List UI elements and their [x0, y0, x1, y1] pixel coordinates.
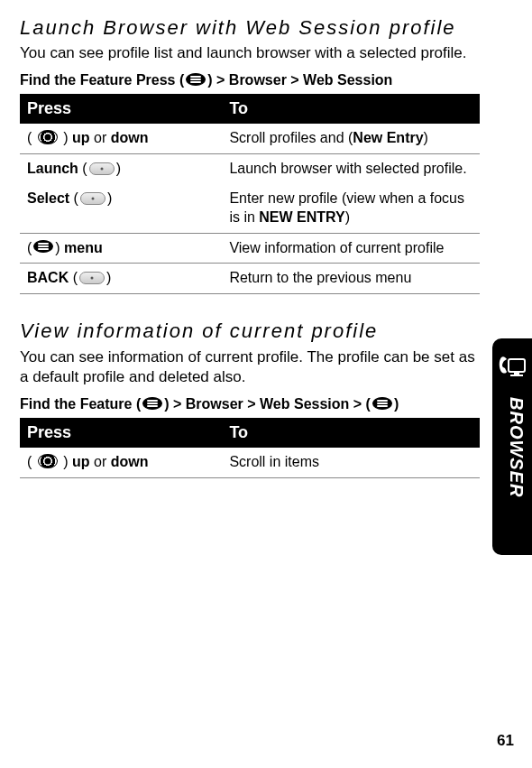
side-label: BROWSER [506, 397, 527, 497]
table-row: Select () Enter new profile (view when a… [20, 184, 480, 233]
up-label: up [72, 454, 90, 469]
to-text: Scroll in items [222, 448, 480, 477]
table-row: ( ) up or down Scroll profiles and (New … [20, 124, 480, 153]
section1-table: Press To ( ) up or down Scroll profiles … [20, 94, 480, 294]
new-entry-caps: NEW ENTRY [259, 209, 344, 225]
feature-prefix: Find the Feature Press ( [20, 72, 184, 88]
nav-icon [38, 454, 58, 468]
paren-open: ( [69, 270, 78, 285]
back-label: BACK [27, 270, 69, 285]
menu-icon [33, 240, 53, 253]
to-text-post: ) [345, 209, 350, 225]
section2-title: View information of current profile [20, 319, 480, 343]
section2-table: Press To ( ) up or down Scroll in items [20, 418, 480, 478]
paren-open: ( [27, 454, 32, 469]
menu-icon [142, 397, 162, 410]
svg-rect-2 [510, 375, 523, 376]
section1-feature: Find the Feature Press () > Browser > We… [20, 72, 480, 88]
feature-prefix: Find the Feature ( [20, 396, 141, 412]
to-text-post: ) [424, 130, 428, 145]
paren-open: ( [27, 130, 32, 145]
paren-close: ) [63, 454, 72, 469]
down-label: down [111, 130, 149, 145]
to-text: Launch browser with selected profile. [222, 154, 480, 184]
new-entry-label: New Entry [353, 130, 423, 145]
paren-close: ) [63, 130, 72, 145]
table-header-press: Press [20, 418, 222, 448]
menu-label: menu [64, 240, 103, 255]
softkey-icon [79, 272, 105, 284]
paren-open: ( [78, 161, 87, 176]
feature-mid: ) > Browser > Web Session > ( [164, 396, 371, 412]
section2-body: You can see information of current profi… [20, 347, 480, 387]
svg-rect-0 [509, 359, 525, 372]
table-header-press: Press [20, 94, 222, 124]
section2-feature: Find the Feature () > Browser > Web Sess… [20, 396, 480, 412]
softkey-icon [80, 192, 105, 205]
paren-close: ) [107, 190, 112, 206]
or-label: or [90, 454, 111, 469]
table-header-to: To [222, 418, 480, 448]
softkey-icon [89, 162, 115, 175]
paren-open: ( [27, 240, 32, 255]
table-row: () menu View information of current prof… [20, 233, 480, 264]
section1-title: Launch Browser with Web Session profile [20, 16, 480, 40]
launch-label: Launch [27, 161, 78, 176]
paren-close: ) [116, 161, 121, 176]
page-number: 61 [497, 732, 514, 750]
paren-close: ) [55, 240, 64, 255]
table-row: Launch () Launch browser with selected p… [20, 154, 480, 184]
table-row: ( ) up or down Scroll in items [20, 448, 480, 477]
select-label: Select [27, 190, 69, 206]
svg-rect-1 [514, 372, 519, 375]
paren-close: ) [106, 270, 111, 285]
to-text: Return to the previous menu [222, 264, 480, 294]
nav-icon [38, 130, 58, 144]
section1-body: You can see profile list and launch brow… [20, 43, 480, 63]
table-row: BACK () Return to the previous menu [20, 264, 480, 294]
menu-icon [186, 73, 206, 86]
feature-suffix: ) [394, 396, 399, 412]
phone-computer-icon [496, 352, 528, 384]
to-text-pre: Scroll profiles and ( [229, 130, 353, 145]
or-label: or [90, 130, 111, 145]
paren-open: ( [69, 190, 78, 206]
feature-suffix: ) > Browser > Web Session [207, 72, 392, 88]
up-label: up [72, 130, 90, 145]
menu-icon [372, 397, 392, 410]
table-header-to: To [222, 94, 480, 124]
to-text: View information of current profile [222, 233, 480, 264]
down-label: down [111, 454, 149, 469]
